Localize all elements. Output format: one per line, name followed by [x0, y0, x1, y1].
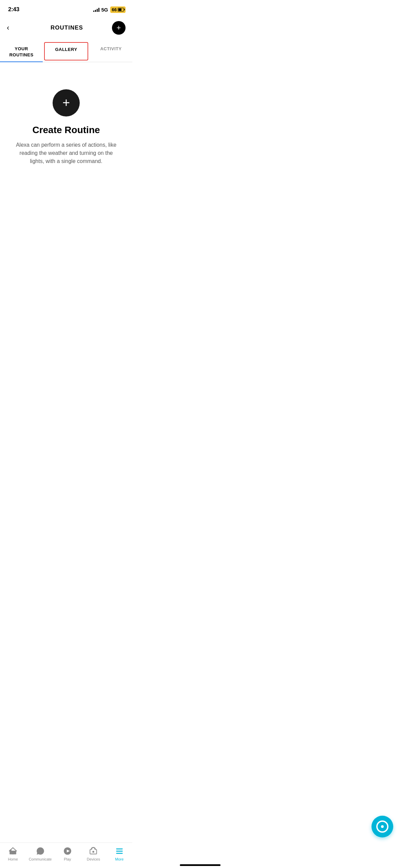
status-right: 5G 66 — [93, 6, 126, 13]
status-bar: 2:43 5G 66 — [0, 0, 132, 17]
create-routine-description: Alexa can perform a series of actions, l… — [15, 141, 117, 165]
back-chevron-icon: ‹ — [7, 23, 9, 32]
tabs-container: YOUR ROUTINES GALLERY ACTIVITY — [0, 41, 132, 62]
create-routine-title: Create Routine — [32, 125, 100, 135]
back-button[interactable]: ‹ — [7, 20, 22, 35]
battery-icon — [118, 8, 124, 12]
tab-gallery[interactable]: GALLERY — [44, 42, 88, 60]
add-icon: + — [117, 24, 121, 32]
add-routine-button[interactable]: + — [112, 21, 126, 35]
tab-your-routines[interactable]: YOUR ROUTINES — [0, 41, 43, 62]
battery-percent: 66 — [112, 7, 117, 12]
header: ‹ ROUTINES + — [0, 17, 132, 41]
tab-gallery-label: GALLERY — [55, 47, 77, 52]
network-type: 5G — [101, 7, 108, 13]
create-plus-icon: + — [62, 96, 70, 109]
page-title: ROUTINES — [51, 24, 83, 31]
main-content: + Create Routine Alexa can perform a ser… — [0, 62, 132, 179]
create-routine-button[interactable]: + — [53, 89, 80, 116]
signal-bars-icon — [93, 7, 99, 12]
battery-indicator: 66 — [110, 6, 126, 13]
tab-activity-label: ACTIVITY — [100, 46, 121, 51]
status-time: 2:43 — [8, 6, 19, 13]
tab-activity[interactable]: ACTIVITY — [90, 41, 132, 62]
tab-your-routines-label: YOUR ROUTINES — [9, 46, 33, 57]
